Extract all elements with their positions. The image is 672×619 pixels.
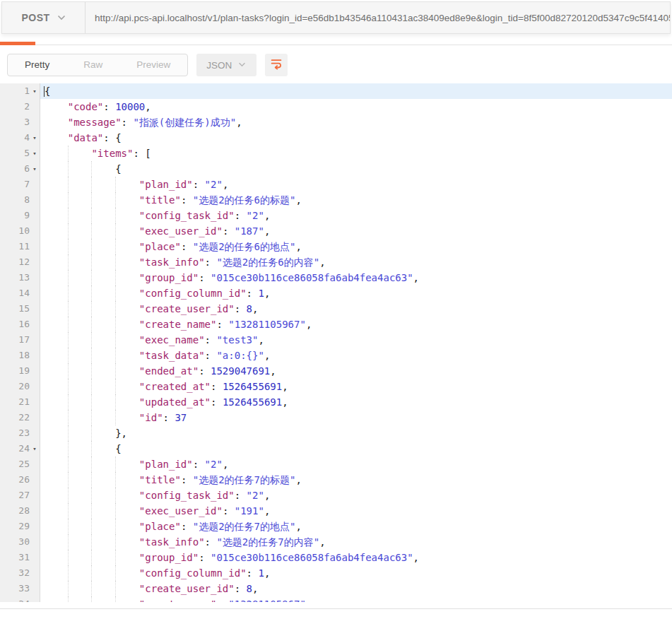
code-content[interactable]: "create_name": "13281105967", [40, 596, 672, 602]
json-number-value: 1529047691 [211, 365, 270, 377]
code-content[interactable]: "exec_user_id": "187", [40, 223, 672, 239]
json-colon: : [103, 132, 115, 143]
format-label: JSON [206, 60, 232, 71]
fold-arrow-icon[interactable]: ▾ [30, 83, 40, 99]
code-content[interactable]: "task_data": "a:0:{}", [40, 348, 672, 363]
code-content[interactable]: "exec_user_id": "191", [40, 503, 672, 519]
code-content[interactable]: "create_user_id": 8, [40, 581, 672, 596]
json-colon: : [235, 303, 247, 314]
code-content[interactable]: "items": [ [40, 146, 672, 161]
indent-guide [91, 317, 92, 332]
code-content[interactable]: "code": 10000, [40, 99, 672, 114]
format-dropdown[interactable]: JSON [196, 54, 257, 76]
code-content[interactable]: }, [40, 425, 672, 441]
code-content[interactable]: "created_at": 1526455691, [40, 379, 672, 394]
code-content[interactable]: "group_id": "015ce30b116ce86058fa6ab4fea… [40, 270, 672, 285]
indent-guide [115, 456, 116, 472]
code-content[interactable]: "config_column_id": 1, [40, 285, 672, 301]
code-line: 5▾ "items": [ [0, 146, 672, 161]
json-comma: , [413, 552, 419, 563]
json-string-value: "2" [205, 179, 223, 190]
line-number: 11 [0, 239, 30, 254]
json-comma: , [264, 210, 270, 221]
chevron-down-icon [238, 62, 247, 68]
json-comma: , [319, 536, 325, 548]
indent-guide [91, 254, 92, 270]
fold-arrow-icon[interactable]: ▾ [30, 130, 40, 146]
json-colon: : [199, 365, 211, 377]
gutter-cell: 2 [0, 99, 40, 114]
fold-arrow-icon[interactable]: ▾ [30, 441, 40, 456]
json-key: "title" [139, 194, 181, 206]
json-key: "exec_name" [139, 334, 205, 346]
json-bracket: { [115, 132, 121, 143]
code-content[interactable]: "exec_name": "test3", [40, 332, 672, 348]
json-comma: , [264, 288, 270, 299]
code-content[interactable]: "place": "选题2的任务7的地点", [40, 519, 672, 534]
method-label: POST [21, 12, 49, 23]
code-line: 1▾{ [0, 83, 672, 99]
code-content[interactable]: { [40, 441, 672, 456]
json-key: "task_data" [139, 350, 205, 361]
code-content[interactable]: "plan_id": "2", [40, 456, 672, 472]
json-colon: : [193, 459, 205, 470]
indent-guide [91, 565, 92, 581]
indent-guide [68, 285, 69, 301]
code-content[interactable]: "task_info": "选题2的任务6的内容", [40, 254, 672, 270]
indent-guide [115, 239, 116, 254]
method-dropdown[interactable]: POST [2, 2, 86, 33]
tab-raw[interactable]: Raw [66, 54, 119, 76]
json-colon: : [181, 241, 193, 252]
code-content[interactable]: "id": 37 [40, 410, 672, 425]
code-content[interactable]: "title": "选题2的任务7的标题", [40, 472, 672, 488]
indent-guide [68, 208, 69, 223]
fold-arrow-icon[interactable]: ▾ [30, 146, 40, 161]
tab-pretty[interactable]: Pretty [8, 54, 66, 76]
json-comma: , [252, 583, 258, 594]
code-content[interactable]: { [40, 161, 672, 177]
code-content[interactable]: "group_id": "015ce30b116ce86058fa6ab4fea… [40, 550, 672, 565]
bottom-divider [0, 608, 672, 609]
code-content[interactable]: "create_name": "13281105967", [40, 317, 672, 332]
code-content[interactable]: "message": "指派(创建任务)成功", [40, 114, 672, 130]
url-input[interactable]: http://api.pcs-api.localhost/v1/plan-tas… [86, 2, 670, 33]
json-comma: , [319, 257, 325, 268]
tab-preview[interactable]: Preview [119, 54, 187, 76]
json-comma: , [295, 194, 301, 206]
indent-guide [68, 301, 69, 317]
json-key: "items" [91, 148, 133, 159]
json-key: "exec_user_id" [139, 225, 223, 237]
json-key: "create_user_id" [139, 583, 235, 594]
code-content[interactable]: "config_column_id": 1, [40, 565, 672, 581]
code-content[interactable]: "plan_id": "2", [40, 177, 672, 192]
indent-guide [68, 192, 69, 208]
json-string-value: "选题2的任务7的地点" [193, 521, 296, 532]
code-content[interactable]: "data": { [40, 130, 672, 146]
code-content[interactable]: "ended_at": 1529047691, [40, 363, 672, 379]
indent-guide [91, 519, 92, 534]
line-number: 28 [0, 503, 30, 519]
indent-guide [115, 223, 116, 239]
response-toolbar: Pretty Raw Preview JSON [0, 45, 672, 76]
json-comma: , [252, 303, 258, 314]
code-content[interactable]: { [40, 83, 672, 99]
json-bracket: }, [115, 428, 127, 439]
code-content[interactable]: "title": "选题2的任务6的标题", [40, 192, 672, 208]
response-tabstrip [0, 34, 672, 45]
code-content[interactable]: "task_info": "选题2的任务7的内容", [40, 534, 672, 550]
wrap-lines-button[interactable] [265, 54, 288, 76]
json-number-value: 1526455691 [223, 396, 282, 408]
code-content[interactable]: "create_user_id": 8, [40, 301, 672, 317]
gutter-cell: 17 [0, 332, 40, 348]
indent-guide [68, 146, 69, 161]
code-content[interactable]: "config_task_id": "2", [40, 488, 672, 503]
json-colon: : [205, 350, 217, 361]
line-number: 25 [0, 456, 30, 472]
gutter-cell: 5▾ [0, 146, 40, 161]
code-content[interactable]: "config_task_id": "2", [40, 208, 672, 223]
code-content[interactable]: "updated_at": 1526455691, [40, 394, 672, 410]
code-content[interactable]: "place": "选题2的任务6的地点", [40, 239, 672, 254]
fold-arrow-icon[interactable]: ▾ [30, 161, 40, 177]
indent-guide [91, 503, 92, 519]
gutter-cell: 28 [0, 503, 40, 519]
